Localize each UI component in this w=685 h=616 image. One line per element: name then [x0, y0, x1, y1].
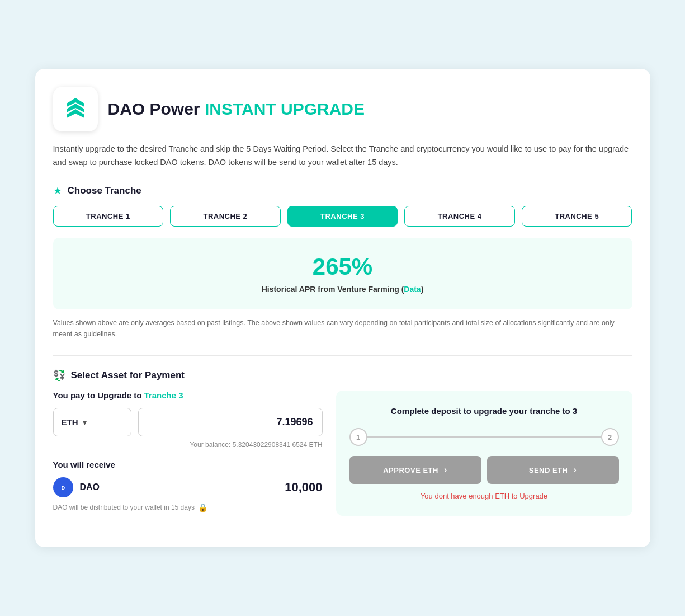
approve-eth-button[interactable]: APPROVE ETH ›: [349, 456, 481, 484]
apr-box: 265% Historical APR from Venture Farming…: [53, 238, 632, 309]
payment-section-title: Select Asset for Payment: [71, 370, 185, 381]
tranche-1-button[interactable]: TRANCHE 1: [53, 206, 164, 227]
chevron-down-icon: ▾: [83, 418, 87, 427]
action-buttons: APPROVE ETH › SEND ETH ›: [349, 456, 619, 484]
send-eth-button[interactable]: SEND ETH ›: [487, 456, 619, 484]
choose-tranche-title: Choose Tranche: [68, 185, 141, 196]
values-note: Values shown above are only averages bas…: [53, 317, 632, 340]
receive-row: D DAO 10,000: [53, 477, 323, 497]
asset-select[interactable]: ETH ▾: [53, 408, 131, 436]
apr-label: Historical APR from Venture Farming (Dat…: [64, 285, 621, 294]
tranche-4-button[interactable]: TRANCHE 4: [404, 206, 515, 227]
deposit-box: Complete deposit to upgrade your tranche…: [336, 391, 632, 516]
payment-section-header: 💱 Select Asset for Payment: [53, 369, 632, 382]
amount-input[interactable]: [138, 408, 323, 436]
svg-text:D: D: [61, 485, 65, 491]
tranche-highlight: Tranche 3: [144, 391, 183, 400]
section-divider: [53, 355, 632, 356]
tranche-3-button[interactable]: TRANCHE 3: [287, 206, 398, 227]
dao-amount: 10,000: [285, 480, 322, 495]
distribution-note: DAO will be distributed to your wallet i…: [53, 503, 323, 512]
page-description: Instantly upgrade to the desired Tranche…: [53, 143, 632, 170]
deposit-title: Complete deposit to upgrade your tranche…: [349, 406, 619, 416]
main-card: DAO Power INSTANT UPGRADE Instantly upgr…: [35, 69, 650, 548]
input-row: ETH ▾: [53, 408, 323, 436]
dao-icon: D: [53, 477, 73, 497]
receive-label: You will receive: [53, 460, 323, 469]
lock-icon: 🔒: [198, 503, 207, 512]
logo-box: [53, 87, 98, 131]
payment-icon: 💱: [53, 369, 65, 382]
tranche-2-button[interactable]: TRANCHE 2: [170, 206, 281, 227]
choose-tranche-header: ★ Choose Tranche: [53, 185, 632, 197]
logo-icon: [61, 95, 90, 124]
tranche-buttons-group: TRANCHE 1 TRANCHE 2 TRANCHE 3 TRANCHE 4 …: [53, 206, 632, 227]
apr-data-link[interactable]: Data: [404, 285, 421, 294]
page-title: DAO Power INSTANT UPGRADE: [108, 100, 365, 119]
step-line: [367, 436, 601, 438]
payment-layout: You pay to Upgrade to Tranche 3 ETH ▾ Yo…: [53, 391, 632, 516]
payment-section: 💱 Select Asset for Payment You pay to Up…: [53, 369, 632, 516]
asset-label: ETH: [62, 417, 78, 427]
dao-logo-icon: D: [57, 481, 69, 493]
error-message: You dont have enough ETH to Upgrade: [349, 492, 619, 500]
steps-row: 1 2: [349, 428, 619, 446]
dao-name: DAO: [80, 482, 100, 492]
star-icon: ★: [53, 185, 62, 197]
choose-tranche-section: ★ Choose Tranche TRANCHE 1 TRANCHE 2 TRA…: [53, 185, 632, 340]
approve-arrow-icon: ›: [444, 465, 447, 475]
tranche-5-button[interactable]: TRANCHE 5: [522, 206, 632, 227]
step-2-circle: 2: [601, 428, 619, 446]
step-1-circle: 1: [349, 428, 367, 446]
balance-text: Your balance: 5.32043022908341 6524 ETH: [53, 441, 323, 449]
send-arrow-icon: ›: [573, 465, 577, 475]
apr-value: 265%: [64, 253, 621, 280]
header: DAO Power INSTANT UPGRADE: [53, 87, 632, 131]
payment-left: You pay to Upgrade to Tranche 3 ETH ▾ Yo…: [53, 391, 323, 512]
pay-label: You pay to Upgrade to Tranche 3: [53, 391, 323, 400]
